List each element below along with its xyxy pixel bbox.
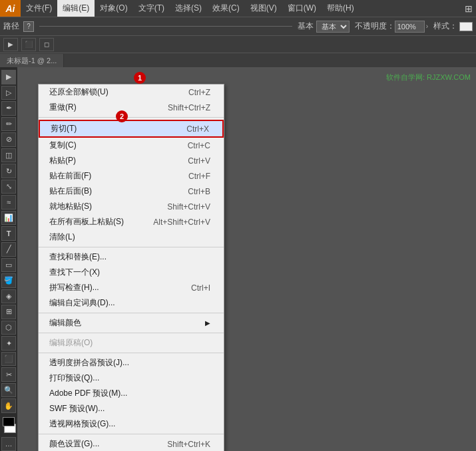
toolbar-2: ▶ ⬛ ◻ <box>0 35 476 53</box>
menu-item-cut-shortcut: Ctrl+X <box>186 124 209 134</box>
menu-item-redo[interactable]: 重做(R) Shift+Ctrl+Z <box>39 100 224 115</box>
separator-3 <box>39 313 224 313</box>
tool-eraser[interactable]: ◫ <box>1 148 16 163</box>
help-button[interactable]: ? <box>23 21 34 32</box>
menu-item-color-settings[interactable]: 颜色设置(G)... Shift+Ctrl+K <box>39 436 224 451</box>
tool-btn-3[interactable]: ◻ <box>39 38 54 51</box>
menu-item-edit-colors[interactable]: 编辑颜色 ▶ <box>39 315 224 331</box>
menu-item-copy-label: 复制(C) <box>49 140 77 151</box>
menu-item-spell-check-shortcut: Ctrl+I <box>191 283 210 293</box>
menu-help[interactable]: 帮助(H) <box>322 0 359 17</box>
menu-item-cut[interactable]: 剪切(T) Ctrl+X <box>39 120 224 138</box>
tool-gradient[interactable]: ◈ <box>1 289 16 304</box>
menu-window[interactable]: 窗口(W) <box>282 0 322 17</box>
menu-select[interactable]: 选择(S) <box>170 0 207 17</box>
tool-symbol[interactable]: ✦ <box>1 336 16 351</box>
menu-item-paste-back[interactable]: 贴在后面(B) Ctrl+B <box>39 184 224 199</box>
separator-2 <box>39 247 224 247</box>
menu-item-perspective-label: 透视网格预设(G)... <box>49 418 115 430</box>
menu-item-clear-label: 清除(L) <box>49 231 75 243</box>
tool-rect[interactable]: ▭ <box>1 258 16 273</box>
tool-blob[interactable]: ⊘ <box>1 132 16 147</box>
menu-item-transparency-label: 透明度拼合器预设(J)... <box>49 357 129 369</box>
menu-item-swf-preset-label: SWF 预设(W)... <box>49 403 105 414</box>
left-toolbar: ▶ ▷ ✒ ✏ ⊘ ◫ ↻ ⤡ ≈ 📊 T ╱ ▭ 🪣 ◈ ⊞ ⬡ ✦ ⬛ ✂ … <box>0 67 17 451</box>
tool-blend[interactable]: ⬡ <box>1 321 16 335</box>
style-label: 样式： <box>433 21 457 32</box>
grid-icon[interactable]: ⊞ <box>465 3 473 14</box>
path-label: 路径 <box>3 21 19 32</box>
menu-object[interactable]: 对象(O) <box>95 0 132 17</box>
edit-dropdown-menu: 还原全部解锁(U) Ctrl+Z 重做(R) Shift+Ctrl+Z 剪切(T… <box>38 84 224 451</box>
menu-item-find-replace[interactable]: 查找和替换(E)... <box>39 249 224 265</box>
menu-item-paste-in-place-label: 就地粘贴(S) <box>49 201 92 212</box>
tool-rotate[interactable]: ↻ <box>1 164 16 178</box>
menu-item-swf-preset[interactable]: SWF 预设(W)... <box>39 401 224 416</box>
menu-item-paste-back-shortcut: Ctrl+B <box>188 187 210 196</box>
opacity-input[interactable] <box>395 21 425 33</box>
menu-item-paste-all[interactable]: 在所有画板上粘贴(S) Alt+Shift+Ctrl+V <box>39 214 224 229</box>
tool-line[interactable]: ╱ <box>1 242 16 257</box>
menu-item-copy[interactable]: 复制(C) Ctrl+C <box>39 138 224 153</box>
menu-item-paste-all-label: 在所有画板上粘贴(S) <box>49 216 124 227</box>
menu-item-clear[interactable]: 清除(L) <box>39 229 224 245</box>
tool-zoom[interactable]: 🔍 <box>1 383 16 398</box>
menu-bar: Ai 文件(F) 编辑(E) 对象(O) 文字(T) 选择(S) 效果(C) 视… <box>0 0 476 17</box>
menu-item-paste-front-label: 贴在前面(F) <box>49 170 91 182</box>
menu-item-print-preset[interactable]: 打印预设(Q)... <box>39 371 224 386</box>
menu-item-custom-dict[interactable]: 编辑自定词典(D)... <box>39 295 224 311</box>
separator-1 <box>39 117 224 118</box>
menu-item-edit-original[interactable]: 编辑原稿(O) <box>39 335 224 351</box>
tool-text[interactable]: T <box>1 226 16 241</box>
menu-file[interactable]: 文件(F) <box>21 0 57 17</box>
menu-item-find-next-label: 查找下一个(X) <box>49 267 100 278</box>
menu-item-copy-shortcut: Ctrl+C <box>188 141 210 150</box>
tool-direct-select[interactable]: ▷ <box>1 86 16 100</box>
tool-slice[interactable]: ✂ <box>1 367 16 382</box>
menu-edit[interactable]: 编辑(E) <box>57 0 95 17</box>
menu-item-paste-shortcut: Ctrl+V <box>188 156 210 166</box>
tool-mesh[interactable]: ⊞ <box>1 305 16 319</box>
menu-text[interactable]: 文字(T) <box>133 0 170 17</box>
tool-btn-1[interactable]: ▶ <box>3 38 18 51</box>
menu-item-paste-all-shortcut: Alt+Shift+Ctrl+V <box>153 218 210 227</box>
tool-btn-2[interactable]: ⬛ <box>21 38 36 51</box>
menu-item-custom-dict-label: 编辑自定词典(D)... <box>49 297 115 309</box>
separator-4 <box>39 333 224 333</box>
submenu-arrow-colors: ▶ <box>205 319 210 327</box>
menu-item-perspective[interactable]: 透视网格预设(G)... <box>39 416 224 432</box>
tool-pen[interactable]: ✒ <box>1 101 16 116</box>
menu-view[interactable]: 视图(V) <box>245 0 282 17</box>
menu-item-adobe-pdf[interactable]: Adobe PDF 预设(M)... <box>39 386 224 401</box>
watermark: 软件自学网: RJZXW.COM <box>386 73 471 82</box>
menu-item-paste-in-place[interactable]: 就地粘贴(S) Shift+Ctrl+V <box>39 199 224 214</box>
menu-item-print-preset-label: 打印预设(Q)... <box>49 373 99 384</box>
menu-item-paste-front[interactable]: 贴在前面(F) Ctrl+F <box>39 168 224 184</box>
main-area: ▶ ▷ ✒ ✏ ⊘ ◫ ↻ ⤡ ≈ 📊 T ╱ ▭ 🪣 ◈ ⊞ ⬡ ✦ ⬛ ✂ … <box>0 67 476 451</box>
menu-item-spell-check-label: 拼写检查(H)... <box>49 282 99 293</box>
menu-item-transparency[interactable]: 透明度拼合器预设(J)... <box>39 355 224 371</box>
menu-item-undo[interactable]: 还原全部解锁(U) Ctrl+Z <box>39 84 224 100</box>
tool-graph[interactable]: 📊 <box>1 211 16 226</box>
tool-select[interactable]: ▶ <box>1 70 16 84</box>
separator-5 <box>39 353 224 353</box>
menu-item-paste[interactable]: 粘贴(P) Ctrl+V <box>39 153 224 168</box>
menu-item-spell-check[interactable]: 拼写检查(H)... Ctrl+I <box>39 280 224 295</box>
menu-item-undo-label: 还原全部解锁(U) <box>49 86 109 98</box>
dropdown-overlay: 还原全部解锁(U) Ctrl+Z 重做(R) Shift+Ctrl+Z 剪切(T… <box>17 67 476 451</box>
tool-paintbucket[interactable]: 🪣 <box>1 273 16 288</box>
menu-effect[interactable]: 效果(C) <box>207 0 245 17</box>
canvas-area: 软件自学网: RJZXW.COM 还原全部解锁(U) Ctrl+Z 重做(R) … <box>17 67 476 451</box>
tool-more[interactable]: … <box>1 437 16 452</box>
tool-hand[interactable]: ✋ <box>1 398 16 413</box>
tool-column[interactable]: ⬛ <box>1 352 16 367</box>
tool-brush[interactable]: ✏ <box>1 117 16 132</box>
document-tab[interactable]: 未标题-1 @ 2... <box>0 54 64 67</box>
menu-items: 文件(F) 编辑(E) 对象(O) 文字(T) 选择(S) 效果(C) 视图(V… <box>21 0 359 17</box>
menu-item-redo-label: 重做(R) <box>49 102 77 113</box>
tool-warp[interactable]: ≈ <box>1 195 16 210</box>
base-select[interactable]: 基本 <box>316 21 350 33</box>
menu-item-find-next[interactable]: 查找下一个(X) <box>39 265 224 280</box>
tool-scale[interactable]: ⤡ <box>1 180 16 194</box>
color-fg[interactable] <box>3 417 15 426</box>
